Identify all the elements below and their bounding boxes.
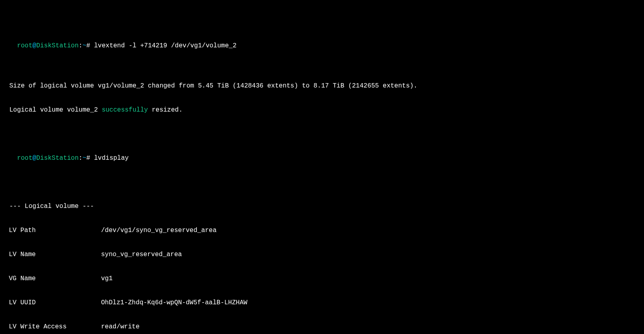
kv-label: LV Write Access xyxy=(9,323,101,331)
prompt-path: ~ xyxy=(83,42,87,49)
prompt-user: root xyxy=(17,42,32,49)
prompt-sep: : xyxy=(79,42,83,49)
kv-value: /dev/vg1/syno_vg_reserved_area xyxy=(101,226,217,234)
prompt-user: root xyxy=(17,155,32,162)
prompt-path: ~ xyxy=(83,155,87,162)
kv-row: LV Namesyno_vg_reserved_area xyxy=(2,250,642,259)
output-line: Logical volume volume_2 successfully res… xyxy=(2,106,642,114)
output-line: Size of logical volume vg1/volume_2 chan… xyxy=(2,82,642,90)
prompt-at: @ xyxy=(32,155,36,162)
prompt-hash: # xyxy=(86,42,94,49)
kv-label: VG Name xyxy=(9,275,101,283)
terminal[interactable]: root@DiskStation:~# lvextend -l +714219 … xyxy=(0,0,644,334)
kv-value: vg1 xyxy=(101,275,113,283)
shell-line: root@DiskStation:~# lvdisplay xyxy=(2,146,642,170)
kv-row: LV UUIDOhDlz1-Zhdq-Kq6d-wpQN-dW5f-aalB-L… xyxy=(2,299,642,307)
kv-label: LV Path xyxy=(9,226,101,234)
prompt-hash: # xyxy=(86,155,94,162)
prompt-host: DiskStation xyxy=(36,42,79,49)
output-text: resized. xyxy=(148,106,182,114)
command-text: lvdisplay xyxy=(94,155,128,162)
prompt-sep: : xyxy=(79,155,83,162)
command-text: lvextend -l +714219 /dev/vg1/volume_2 xyxy=(94,42,236,49)
section-header: --- Logical volume --- xyxy=(2,202,642,210)
kv-row: VG Namevg1 xyxy=(2,275,642,283)
shell-line: root@DiskStation:~# lvextend -l +714219 … xyxy=(2,34,642,58)
kv-value: read/write xyxy=(101,323,140,331)
output-text: Logical volume volume_2 xyxy=(2,106,102,114)
kv-label: LV UUID xyxy=(9,299,101,307)
output-success: successfully xyxy=(102,106,148,114)
kv-row: LV Path/dev/vg1/syno_vg_reserved_area xyxy=(2,226,642,234)
prompt-at: @ xyxy=(32,42,36,49)
kv-label: LV Name xyxy=(9,250,101,259)
kv-row: LV Write Accessread/write xyxy=(2,323,642,331)
prompt-host: DiskStation xyxy=(36,155,79,162)
kv-value: OhDlz1-Zhdq-Kq6d-wpQN-dW5f-aalB-LHZHAW xyxy=(101,299,247,307)
kv-value: syno_vg_reserved_area xyxy=(101,250,182,259)
